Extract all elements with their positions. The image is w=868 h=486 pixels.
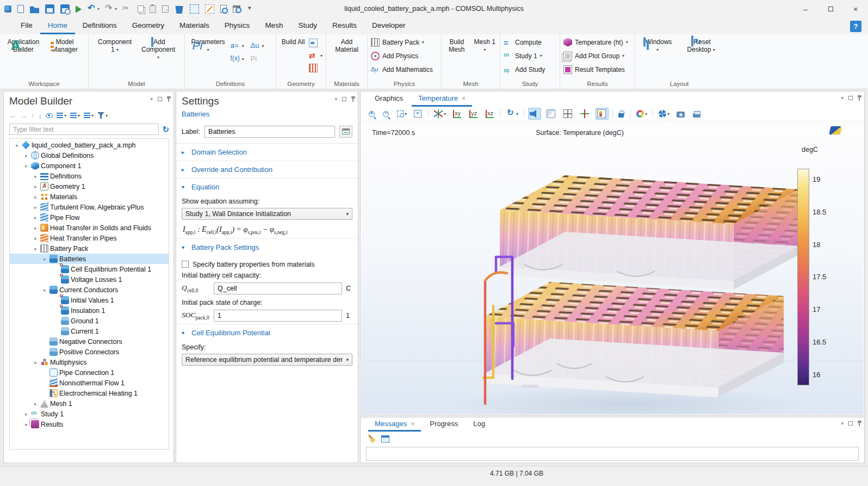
study-icon[interactable]: Study 1▾ (504, 49, 548, 63)
tree-item[interactable]: ▸ Pipe Connection 1 (10, 367, 169, 378)
menu-item[interactable]: Mesh (257, 18, 290, 34)
duplicate-icon[interactable] (162, 5, 169, 13)
mesh-1-button[interactable]: Mesh 1 ▾ (473, 37, 497, 53)
panel-menu-icon[interactable]: ▾ (334, 96, 337, 102)
component-button[interactable]: Component 1 ▾ (97, 37, 133, 53)
open-file-icon[interactable] (30, 4, 40, 14)
plot-group-icon[interactable]: Temperature (ht)▾ (563, 35, 628, 49)
save-icon[interactable] (45, 4, 55, 14)
run-icon[interactable] (76, 5, 82, 13)
panel-maximize-icon[interactable] (848, 421, 853, 426)
separator[interactable] (612, 109, 613, 118)
panel-pin-icon[interactable] (859, 421, 860, 426)
add-physics-icon[interactable]: Add Physics (371, 49, 436, 63)
add-study-icon[interactable]: Add Study (504, 63, 548, 76)
parameters-button[interactable]: Parameters ▾ (190, 37, 226, 53)
tree-expander-icon[interactable]: ▸ (33, 205, 39, 210)
move-up-icon[interactable]: ↑ (31, 112, 35, 120)
menu-item[interactable]: Home (40, 18, 75, 34)
help-button[interactable]: ? (850, 21, 861, 32)
tree-item[interactable]: ▸ liquid_cooled_battery_pack_a.mph (10, 140, 169, 150)
color-legend-icon[interactable] (596, 108, 609, 120)
tree-item[interactable]: ▸ Mesh 1 (10, 398, 169, 409)
functions-icon[interactable]: ▾ (231, 52, 251, 65)
capacity-input[interactable] (214, 282, 342, 294)
tree-item[interactable]: ▸ Turbulent Flow, Algebraic yPlus (10, 202, 169, 212)
menu-item[interactable]: Developer (364, 18, 413, 34)
bottom-tab[interactable]: Messages× (368, 417, 421, 432)
go-back-icon[interactable]: ← (9, 112, 16, 120)
tree-expander-icon[interactable]: ▸ (33, 246, 39, 251)
section-battery-pack-settings[interactable]: ▾Battery Pack Settings (176, 238, 358, 256)
zoom-out-icon[interactable] (381, 109, 392, 119)
graphics-canvas[interactable]: Time=72000 s Surface: Temperature (degC)… (361, 122, 864, 414)
bottom-tab[interactable]: Log× (467, 417, 492, 432)
separator[interactable] (428, 109, 429, 118)
add-plot-group-icon[interactable]: Add Plot Group▾ (563, 49, 628, 63)
tree-item[interactable]: ▸ Cell Equilibrium Potential 1 (10, 264, 169, 274)
close-button[interactable]: × (843, 0, 868, 18)
tree-item[interactable]: ▸ Pipe Flow (10, 212, 169, 223)
separator[interactable] (500, 109, 501, 118)
panel-menu-icon[interactable]: ▾ (150, 96, 153, 102)
print-icon[interactable] (691, 109, 703, 119)
zoom-extents-icon[interactable] (412, 108, 424, 119)
tree-item[interactable]: ▸ Nonisothermal Flow 1 (10, 378, 169, 388)
clear-selection-icon[interactable] (205, 4, 215, 14)
tree-expander-icon[interactable]: ▸ (33, 215, 39, 220)
collapse-all-icon[interactable]: ▾ (57, 113, 66, 118)
clear-messages-icon[interactable] (365, 433, 378, 445)
cut-icon[interactable] (122, 4, 132, 14)
battery-pack-icon[interactable]: Battery Pack▾ (371, 35, 436, 49)
graphics-tab[interactable]: Temperature× (412, 91, 472, 107)
separator[interactable] (524, 109, 524, 118)
panel-pin-icon[interactable] (352, 97, 354, 102)
panel-menu-icon[interactable]: ▾ (841, 421, 844, 426)
tree-item[interactable]: ▸ Definitions (10, 171, 169, 181)
select-box-icon[interactable] (190, 4, 200, 14)
tree-expander-icon[interactable]: ▸ (42, 256, 48, 262)
tree-expander-icon[interactable]: ▸ (33, 184, 39, 189)
delete-icon[interactable] (175, 4, 184, 14)
tree-item[interactable]: ▸ Component 1 (10, 161, 169, 171)
tree-expander-icon[interactable]: ▸ (33, 236, 39, 241)
tree-expander-icon[interactable]: ▸ (33, 401, 39, 407)
tree-item[interactable]: ▸ Geometry 1 (10, 181, 169, 192)
view-xy-icon[interactable]: xy (451, 108, 464, 120)
separator[interactable] (653, 109, 653, 118)
section-equation[interactable]: ▾Equation (176, 178, 358, 195)
livelink-icon[interactable]: ▾ (309, 51, 323, 60)
tree-item[interactable]: ▸ Initial Values 1 (10, 295, 169, 305)
show-axes-icon[interactable] (579, 108, 592, 120)
refresh-icon[interactable]: ↻ (162, 125, 169, 134)
close-tab-icon[interactable]: × (462, 95, 466, 102)
add-mathematics-icon[interactable]: Add Mathematics (371, 63, 436, 76)
tree-expander-icon[interactable]: ▸ (14, 143, 20, 148)
panel-pin-icon[interactable] (859, 96, 860, 101)
panel-maximize-icon[interactable] (342, 97, 346, 101)
tree-item[interactable]: ▸ Electrochemical Heating 1 (10, 388, 169, 398)
undo-icon[interactable]: ▾ (88, 4, 100, 14)
find-icon[interactable] (220, 5, 227, 13)
build-mesh-button[interactable]: Build Mesh (445, 37, 469, 53)
result-templates-icon[interactable]: Result Templates (563, 63, 628, 76)
expand-all-icon[interactable]: ▾ (70, 113, 80, 118)
windows-button[interactable]: Windows▾ (640, 37, 675, 53)
lock-icon[interactable] (617, 108, 627, 119)
minimize-button[interactable]: – (793, 0, 818, 18)
transparency-icon[interactable] (545, 108, 558, 120)
separator[interactable] (630, 109, 631, 118)
menu-item[interactable]: Definitions (75, 18, 125, 34)
tree-expander-icon[interactable]: ▸ (33, 174, 39, 179)
scene-light-icon[interactable] (528, 108, 541, 120)
view-xz-icon[interactable]: xz (484, 108, 497, 120)
tree-item[interactable]: ▸ Materials (10, 192, 169, 202)
menu-item[interactable]: Physics (217, 18, 258, 34)
partition-icon[interactable] (309, 63, 323, 73)
tree-item[interactable]: ▸ Current 1 (10, 326, 169, 336)
section-cell-equilibrium-potential[interactable]: ▾Cell Equilibrium Potential (176, 324, 358, 341)
messages-output[interactable] (366, 447, 859, 461)
zoom-in-icon[interactable] (367, 109, 377, 119)
rotate-icon[interactable]: ▾ (505, 108, 520, 120)
snapshot-icon[interactable] (675, 108, 687, 119)
